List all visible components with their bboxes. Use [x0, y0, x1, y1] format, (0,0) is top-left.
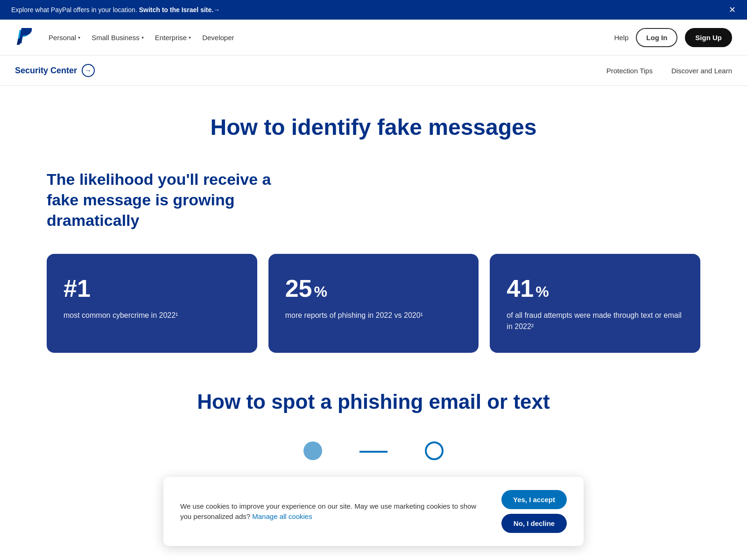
banner-link[interactable]: Switch to the Israel site.→ [139, 6, 220, 14]
banner-text: Explore what PayPal offers in your locat… [11, 6, 220, 14]
chevron-down-icon: ▾ [189, 35, 191, 40]
discover-learn-link[interactable]: Discover and Learn [671, 67, 732, 75]
section-headline: The likelihood you'll receive a fake mes… [47, 169, 280, 231]
chevron-down-icon: ▾ [141, 35, 144, 40]
nav-item-small-business[interactable]: Small Business ▾ [92, 34, 144, 42]
stat-card-1: #1 most common cybercrime in 2022¹ [47, 254, 257, 353]
main-content: How to identify fake messages The likeli… [0, 86, 747, 488]
login-button[interactable]: Log In [636, 28, 677, 47]
signup-button[interactable]: Sign Up [685, 28, 732, 47]
stat-desc-2: more reports of phishing in 2022 vs 2020… [285, 310, 462, 321]
cookie-banner: We use cookies to improve your experienc… [163, 477, 584, 488]
nav-links: Personal ▾ Small Business ▾ Enterprise ▾… [49, 34, 234, 42]
main-nav: Personal ▾ Small Business ▾ Enterprise ▾… [0, 20, 747, 56]
stat-card-3: 41% of all fraud attempts were made thro… [490, 254, 700, 353]
hint-icon-1 [303, 441, 322, 460]
help-link[interactable]: Help [614, 34, 628, 42]
security-center-link[interactable]: Security Center → [15, 64, 95, 77]
paypal-logo[interactable] [15, 26, 34, 49]
nav-left: Personal ▾ Small Business ▾ Enterprise ▾… [15, 26, 234, 49]
protection-tips-link[interactable]: Protection Tips [606, 67, 653, 75]
stat-number-2: 25% [285, 274, 462, 302]
arrow-right-icon: → [82, 64, 95, 77]
secondary-nav-links: Protection Tips Discover and Learn [606, 67, 732, 75]
stat-desc-1: most common cybercrime in 2022¹ [63, 310, 240, 321]
page-title: How to identify fake messages [47, 114, 700, 141]
banner-close-button[interactable]: ✕ [729, 5, 736, 15]
hint-icon-3 [425, 441, 444, 460]
nav-item-personal[interactable]: Personal ▾ [49, 34, 80, 42]
nav-right: Help Log In Sign Up [614, 28, 732, 47]
second-section-title: How to spot a phishing email or text [47, 390, 700, 413]
nav-item-developer[interactable]: Developer [202, 34, 234, 42]
nav-item-enterprise[interactable]: Enterprise ▾ [155, 34, 191, 42]
chevron-down-icon: ▾ [78, 35, 80, 40]
stat-number-3: 41% [507, 274, 684, 302]
hint-icon-2 [359, 451, 388, 453]
stat-desc-3: of all fraud attempts were made through … [507, 310, 684, 332]
stat-card-2: 25% more reports of phishing in 2022 vs … [268, 254, 479, 353]
security-center-label: Security Center [15, 66, 77, 76]
phishing-section-hints [47, 432, 700, 460]
stats-grid: #1 most common cybercrime in 2022¹ 25% m… [47, 254, 700, 353]
top-banner: Explore what PayPal offers in your locat… [0, 0, 747, 20]
stat-number-1: #1 [63, 274, 240, 302]
secondary-nav: Security Center → Protection Tips Discov… [0, 56, 747, 86]
